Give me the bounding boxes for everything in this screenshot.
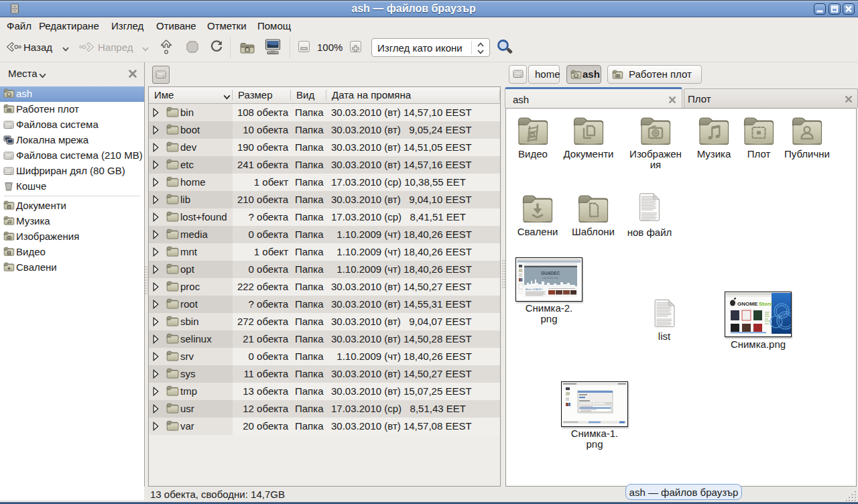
svg-text:GNOME: GNOME: [737, 301, 758, 307]
svg-text:July 24-30th 2010: July 24-30th 2010: [542, 277, 558, 279]
svg-text:GUADEC: GUADEC: [541, 271, 560, 275]
svg-text:Store: Store: [759, 301, 773, 307]
svg-text:About GUADEC: About GUADEC: [526, 288, 543, 291]
